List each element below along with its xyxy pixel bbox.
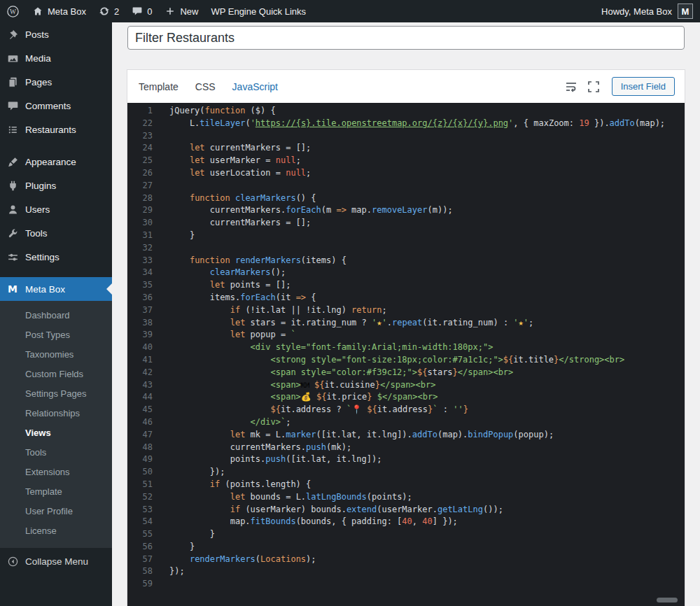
code-line: 24 let currentMarkers = []; xyxy=(127,142,685,155)
tab-javascript[interactable]: JavaScript xyxy=(232,81,278,92)
submenu-item-user-profile[interactable]: User Profile xyxy=(0,502,112,521)
line-number: 52 xyxy=(127,491,153,504)
settings-icon xyxy=(6,250,20,264)
code-line: 46 </div>`; xyxy=(127,416,685,429)
line-number: 28 xyxy=(127,192,153,205)
line-number: 39 xyxy=(127,329,153,341)
code-text: currentMarkers.push(mk); xyxy=(153,442,351,454)
avatar[interactable]: M xyxy=(678,3,693,19)
home-icon xyxy=(32,6,43,17)
line-number: 34 xyxy=(127,267,153,279)
code-line: 30 currentMarkers = []; xyxy=(127,217,685,230)
code-line: 58}); xyxy=(127,565,685,578)
line-number: 33 xyxy=(127,255,153,267)
sidebar-item-settings[interactable]: Settings xyxy=(0,245,112,269)
code-editor[interactable]: 1jQuery(function ($) {22 L.tileLayer('ht… xyxy=(127,103,685,606)
code-text: <strong style="font-size:18px;color:#7a1… xyxy=(153,354,624,367)
line-number: 29 xyxy=(127,204,153,217)
insert-field-button[interactable]: Insert Field xyxy=(612,77,675,96)
code-line: 57 renderMarkers(Locations); xyxy=(127,554,685,566)
sidebar-item-label: Restaurants xyxy=(25,125,76,135)
code-line: 56 } xyxy=(127,541,685,554)
sidebar-item-media[interactable]: Media xyxy=(0,46,112,70)
wp-engine-quick-links[interactable]: WP Engine Quick Links xyxy=(204,0,312,22)
line-number: 1 xyxy=(127,105,153,118)
sidebar-item-label: Tools xyxy=(25,228,48,239)
fullscreen-icon[interactable] xyxy=(587,80,601,94)
code-line: 52 let bounds = L.latLngBounds(points); xyxy=(127,491,685,504)
updates-count: 2 xyxy=(114,6,119,17)
line-number: 38 xyxy=(127,317,153,330)
line-number: 54 xyxy=(127,516,153,528)
code-text: let currentMarkers = []; xyxy=(153,142,311,155)
tab-template[interactable]: Template xyxy=(139,81,178,92)
code-text: let userLocation = null; xyxy=(153,167,311,180)
code-line: 40 <div style="font-family:Arial;min-wid… xyxy=(127,341,685,354)
code-text: clearMarkers(); xyxy=(153,267,286,279)
wordpress-menu[interactable]: W xyxy=(0,0,26,22)
horizontal-scrollbar[interactable] xyxy=(657,598,678,603)
line-number: 48 xyxy=(127,442,153,454)
sidebar-item-restaurants[interactable]: Restaurants xyxy=(0,118,112,141)
line-number: 51 xyxy=(127,479,153,491)
code-text: }); xyxy=(153,466,225,479)
code-line: 54 map.fitBounds(bounds, { padding: [40,… xyxy=(127,516,685,528)
code-line: 22 L.tileLayer('https://{s}.tile.openstr… xyxy=(127,118,685,130)
submenu-item-extensions[interactable]: Extensions xyxy=(0,463,112,482)
line-number: 27 xyxy=(127,180,153,192)
tab-css[interactable]: CSS xyxy=(195,81,216,92)
code-text: } xyxy=(153,541,195,554)
submenu-item-license[interactable]: License xyxy=(0,521,112,541)
code-line: 39 let popup = ` xyxy=(127,329,685,341)
submenu-item-taxonomies[interactable]: Taxonomies xyxy=(0,345,112,365)
code-text: let points = []; xyxy=(153,279,290,292)
comments-count: 0 xyxy=(147,6,152,17)
line-number: 49 xyxy=(127,453,153,466)
updates-icon xyxy=(99,6,110,17)
sidebar-item-tools[interactable]: Tools xyxy=(0,221,112,245)
site-name-link[interactable]: Meta Box xyxy=(26,0,92,22)
code-line: 43 <span>🍽 ${it.cuisine}</span><br> xyxy=(127,379,685,392)
comments-link[interactable]: 0 xyxy=(125,0,158,22)
code-text: let mk = L.marker([it.lat, it.lng]).addT… xyxy=(153,429,554,442)
submenu-item-custom-fields[interactable]: Custom Fields xyxy=(0,365,112,384)
code-text: if (!it.lat || !it.lng) return; xyxy=(153,304,387,317)
admin-bar-right: Howdy, Meta Box M xyxy=(601,3,700,19)
submenu-item-dashboard[interactable]: Dashboard xyxy=(0,306,112,325)
submenu-item-views[interactable]: Views xyxy=(0,423,112,443)
collapse-menu-button[interactable]: Collapse Menu xyxy=(0,549,112,573)
line-number: 42 xyxy=(127,367,153,379)
code-text: } xyxy=(153,528,215,541)
submenu-item-template[interactable]: Template xyxy=(0,482,112,502)
new-content-link[interactable]: New xyxy=(158,0,204,22)
code-text: let stars = it.rating_num ? '★'.repeat(i… xyxy=(153,317,533,330)
sidebar-item-meta-box[interactable]: MMeta Box xyxy=(0,277,112,301)
updates-link[interactable]: 2 xyxy=(92,0,125,22)
submenu-item-tools[interactable]: Tools xyxy=(0,443,112,463)
sidebar-item-users[interactable]: Users xyxy=(0,197,112,221)
code-line: 44 <span>💰 ${it.price} $</span><br> xyxy=(127,391,685,404)
sidebar-item-appearance[interactable]: Appearance xyxy=(0,150,112,174)
sidebar-item-pages[interactable]: Pages xyxy=(0,70,112,94)
line-number: 58 xyxy=(127,565,153,578)
line-number: 23 xyxy=(127,130,153,143)
howdy-link[interactable]: Howdy, Meta Box xyxy=(601,6,672,17)
line-number: 50 xyxy=(127,466,153,479)
tools-icon xyxy=(6,226,20,240)
word-wrap-icon[interactable] xyxy=(564,80,578,94)
line-number: 36 xyxy=(127,292,153,304)
line-number: 55 xyxy=(127,528,153,541)
menu-separator xyxy=(0,141,112,150)
submenu-item-settings-pages[interactable]: Settings Pages xyxy=(0,384,112,404)
svg-text:W: W xyxy=(10,8,16,15)
code-line: 36 items.forEach(it => { xyxy=(127,292,685,304)
submenu-item-post-types[interactable]: Post Types xyxy=(0,325,112,345)
sidebar-item-plugins[interactable]: Plugins xyxy=(0,174,112,197)
line-number: 30 xyxy=(127,217,153,230)
post-title-input[interactable] xyxy=(127,26,685,50)
sidebar-item-comments[interactable]: Comments xyxy=(0,94,112,118)
code-line: 25 let userMarker = null; xyxy=(127,155,685,167)
sidebar-item-posts[interactable]: Posts xyxy=(0,22,112,46)
code-text xyxy=(153,130,169,143)
submenu-item-relationships[interactable]: Relationships xyxy=(0,404,112,423)
